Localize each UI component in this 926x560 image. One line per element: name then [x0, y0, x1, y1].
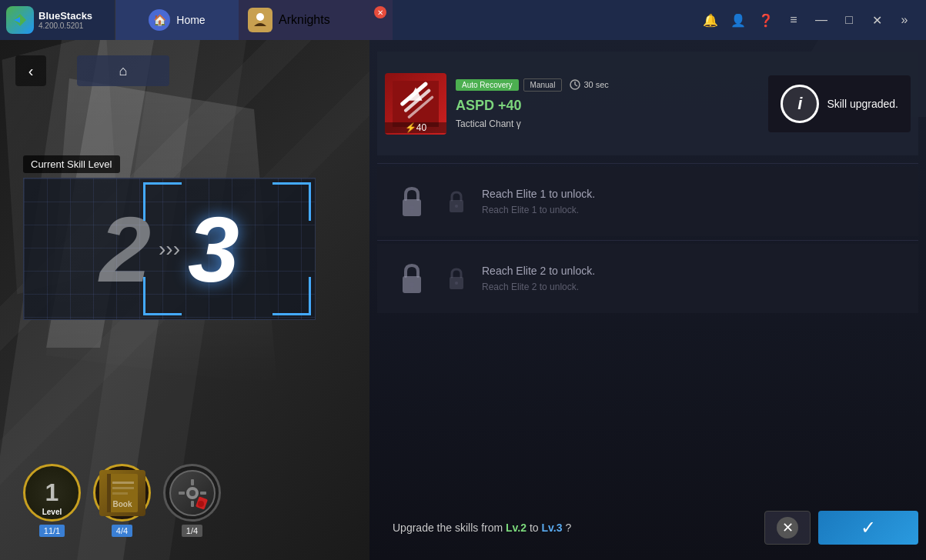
svg-rect-16	[191, 501, 194, 507]
time-tag: 30 sec	[570, 79, 608, 90]
cancel-icon: ✕	[777, 517, 798, 538]
tab-home[interactable]: 🏠 Home	[115, 0, 239, 40]
gear-badge: 1/4	[182, 525, 202, 537]
confirm-button[interactable]: ✓	[818, 511, 918, 545]
skill-stat: ASPD +40	[456, 98, 759, 114]
bluestacks-icon	[6, 6, 34, 34]
svg-rect-11	[112, 492, 128, 495]
gear-item: 1/4	[163, 464, 221, 537]
svg-rect-10	[112, 487, 134, 489]
bottom-items: 1 Level 11/1 Book	[23, 464, 221, 537]
svg-text:Book: Book	[112, 500, 132, 508]
skill-stat-value: +40	[498, 98, 522, 113]
lock-row-elite2: Reach Elite 2 to unlock. Reach Elite 2 t…	[377, 244, 918, 313]
svg-point-38	[455, 282, 458, 285]
separator-2	[377, 240, 918, 241]
level-number: 1	[45, 478, 59, 507]
skill-upgraded-badge: i Skill upgraded.	[768, 75, 911, 132]
menu-icon[interactable]: ≡	[784, 11, 803, 29]
svg-point-20	[198, 501, 204, 507]
tab-arknights[interactable]: Arknights ✕	[239, 0, 393, 40]
arknights-tab-icon	[248, 8, 272, 32]
account-icon[interactable]: 👤	[729, 11, 747, 29]
home-button-icon: ⌂	[119, 63, 128, 79]
notification-icon[interactable]: 🔔	[701, 11, 720, 29]
lock-main-1: Reach Elite 1 to unlock.	[482, 188, 595, 200]
svg-rect-17	[179, 492, 185, 495]
lock-row-elite1: Reach Elite 1 to unlock. Reach Elite 1 t…	[377, 167, 918, 236]
lock-text-1: Reach Elite 1 to unlock. Reach Elite 1 t…	[482, 188, 595, 215]
upgrade-lv-to: Lv.3	[542, 522, 563, 534]
minimize-icon[interactable]: —	[812, 11, 831, 29]
svg-rect-8	[107, 474, 111, 512]
skill-level-label: Current Skill Level	[23, 155, 120, 173]
skill-tags: Auto Recovery Manual 30 sec	[456, 78, 759, 92]
home-button[interactable]: ⌂	[77, 55, 169, 86]
help-icon[interactable]: ❓	[757, 11, 775, 29]
lock-icon-1b	[443, 188, 470, 215]
bluestacks-name: BlueStacks	[38, 10, 92, 22]
bracket-top-right	[272, 182, 311, 221]
lock-sub-2: Reach Elite 2 to unlock.	[482, 282, 595, 292]
bracket-top-left	[143, 182, 182, 221]
level-item: 1 Level 11/1	[23, 464, 81, 537]
skill-name: Tactical Chant γ	[456, 118, 759, 129]
tab-home-label: Home	[176, 14, 205, 26]
book-item: Book 4/4	[93, 464, 151, 537]
arknights-tab-close[interactable]: ✕	[374, 6, 386, 18]
level-circle: 1 Level	[23, 464, 81, 522]
time-value: 30 sec	[583, 80, 608, 89]
expand-icon[interactable]: »	[895, 11, 914, 29]
level-arrows: ›››	[159, 237, 180, 262]
home-tab-icon: 🏠	[149, 9, 170, 31]
upgrade-text: Upgrade the skills from Lv.2 to Lv.3 ?	[393, 522, 571, 534]
lock-sub-1: Reach Elite 1 to unlock.	[482, 205, 595, 215]
svg-rect-9	[112, 482, 134, 484]
book-circle: Book	[93, 464, 151, 522]
book-icon: Book	[99, 470, 145, 516]
svg-line-28	[575, 85, 577, 86]
lock-icon-1	[393, 182, 431, 221]
bluestacks-text: BlueStacks 4.200.0.5201	[38, 10, 92, 30]
skill-info: Auto Recovery Manual 30 sec ASPD +40 Tac…	[456, 78, 759, 129]
back-button[interactable]: ‹	[15, 55, 46, 86]
skill-icon: ⚡40	[385, 73, 446, 135]
tab-arknights-label: Arknights	[279, 13, 330, 27]
left-panel: ‹ ⌂ Current Skill Level 2 ››› 3 1	[0, 40, 369, 560]
game-area: ‹ ⌂ Current Skill Level 2 ››› 3 1	[0, 40, 926, 560]
upgrade-to-word: to	[530, 522, 542, 534]
right-panel: ⚡40 Auto Recovery Manual 30 sec ASPD +40	[369, 40, 926, 560]
svg-point-14	[189, 490, 196, 496]
lock-main-2: Reach Elite 2 to unlock.	[482, 265, 595, 277]
upgrade-prompt: Upgrade the skills from Lv.2 to Lv.3 ? ✕…	[377, 511, 918, 545]
separator-1	[377, 163, 918, 164]
cancel-button[interactable]: ✕	[764, 511, 811, 545]
bracket-bottom-right	[272, 277, 311, 315]
skill-level-container: Current Skill Level 2 ››› 3	[23, 155, 316, 320]
bluestacks-logo: BlueStacks 4.200.0.5201	[0, 0, 115, 40]
svg-rect-15	[191, 479, 194, 485]
skill-card: ⚡40 Auto Recovery Manual 30 sec ASPD +40	[377, 52, 918, 155]
upgrade-text-prefix: Upgrade the skills from	[393, 522, 503, 534]
skill-cost: ⚡40	[385, 122, 446, 133]
auto-recovery-tag: Auto Recovery	[456, 79, 519, 91]
close-icon[interactable]: ✕	[867, 11, 886, 29]
maximize-icon[interactable]: □	[840, 11, 858, 29]
bracket-bottom-left	[143, 277, 182, 315]
svg-rect-18	[200, 492, 206, 495]
svg-point-33	[455, 205, 458, 208]
manual-tag: Manual	[523, 78, 563, 92]
gear-icon	[169, 470, 216, 516]
skill-level-box: 2 ››› 3	[23, 178, 316, 320]
upgrade-suffix: ?	[565, 522, 571, 534]
level-text: Level	[42, 508, 62, 516]
upgraded-text: Skill upgraded.	[827, 98, 898, 110]
title-bar: BlueStacks 4.200.0.5201 🏠 Home Arknights…	[0, 0, 926, 40]
window-controls: 🔔 👤 ❓ ≡ — □ ✕ »	[701, 11, 926, 29]
confirm-icon: ✓	[861, 517, 876, 538]
upgrade-lv-from: Lv.2	[506, 522, 527, 534]
svg-point-3	[256, 13, 264, 21]
info-circle: i	[781, 85, 819, 123]
svg-point-35	[410, 282, 414, 287]
level-to: 3	[188, 203, 239, 295]
